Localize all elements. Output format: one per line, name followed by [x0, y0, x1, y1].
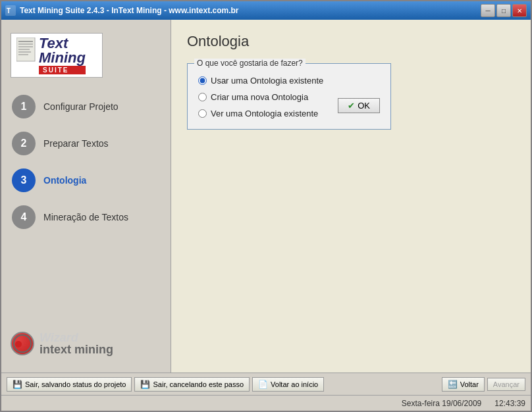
logo-box: TextMining SUITE	[11, 33, 103, 78]
wizard-footer: Wizard intext mining	[1, 321, 171, 366]
svg-point-10	[15, 341, 22, 348]
maximize-button[interactable]: □	[496, 4, 511, 17]
nav-label-preparar: Preparar Textos	[43, 138, 109, 149]
home-icon: 📄	[258, 380, 268, 389]
title-bar: T Text Mining Suite 2.4.3 - InText Minin…	[1, 1, 531, 20]
cancel-icon: 💾	[140, 380, 150, 389]
content-area: Ontologia O que você gostaria de fazer? …	[171, 20, 531, 373]
btn-sair-cancelar-label: Sair, cancelando este passo	[153, 380, 244, 388]
back-icon: 🔙	[448, 380, 458, 389]
dialog-legend: O que você gostaria de fazer?	[194, 59, 306, 68]
dialog-box: O que você gostaria de fazer? Usar uma O…	[187, 63, 391, 130]
ok-button[interactable]: ✔ OK	[338, 98, 380, 113]
app-icon: T	[5, 5, 16, 16]
radio-label-ver: Ver uma Ontologia existente	[211, 109, 318, 118]
btn-sair-salvar-label: Sair, salvando status do projeto	[25, 380, 126, 388]
nav-number-2: 2	[12, 132, 36, 155]
status-time: 12:43:39	[494, 399, 525, 408]
radio-ver[interactable]	[198, 109, 207, 118]
page-title: Ontologia	[187, 33, 515, 50]
btn-sair-salvar[interactable]: 💾 Sair, salvando status do projeto	[7, 377, 132, 392]
logo-text: TextMining	[39, 36, 86, 65]
nav-item-configurar[interactable]: 1 Configurar Projeto	[1, 88, 171, 125]
newspaper-icon	[16, 38, 36, 63]
radio-label-usar: Usar uma Ontologia existente	[211, 76, 323, 86]
nav-label-ontologia: Ontologia	[43, 175, 86, 186]
nav-number-4: 4	[12, 205, 36, 229]
intext-brand: intext mining	[40, 344, 113, 355]
btn-avancar[interactable]: Avançar	[487, 378, 525, 391]
nav-item-preparar[interactable]: 2 Preparar Textos	[1, 125, 171, 162]
radio-criar[interactable]	[198, 93, 207, 101]
radio-item-ver[interactable]: Ver uma Ontologia existente	[198, 109, 338, 118]
btn-avancar-label: Avançar	[493, 380, 519, 388]
svg-text:T: T	[7, 7, 11, 14]
radio-group: Usar uma Ontologia existente Criar uma n…	[198, 76, 380, 118]
btn-voltar-inicio-label: Voltar ao início	[271, 380, 318, 388]
nav-label-mineracao: Mineração de Textos	[43, 212, 128, 222]
radio-label-criar: Criar uma nova Ontologia	[211, 92, 308, 102]
wizard-spinner-icon	[11, 332, 34, 355]
nav-items: 1 Configurar Projeto 2 Preparar Textos 3…	[1, 88, 171, 321]
logo-suite: SUITE	[39, 66, 86, 74]
bottom-toolbar: 💾 Sair, salvando status do projeto 💾 Sai…	[1, 373, 531, 395]
nav-label-configurar: Configurar Projeto	[43, 101, 119, 112]
wizard-brand: Wizard intext mining	[11, 332, 113, 355]
radio-item-usar[interactable]: Usar uma Ontologia existente	[198, 76, 380, 86]
radio-usar[interactable]	[198, 76, 207, 85]
sidebar: TextMining SUITE 1 Configurar Projeto 2 …	[1, 20, 171, 373]
btn-voltar-inicio[interactable]: 📄 Voltar ao início	[252, 377, 324, 392]
main-container: TextMining SUITE 1 Configurar Projeto 2 …	[1, 20, 531, 373]
radio-row-ver: Ver uma Ontologia existente ✔ OK	[198, 109, 380, 118]
wizard-word: Wizard	[40, 332, 113, 344]
logo-area: TextMining SUITE	[1, 26, 171, 88]
save-icon: 💾	[13, 380, 22, 389]
nav-item-mineracao[interactable]: 4 Mineração de Textos	[1, 199, 171, 236]
window-controls: ─ □ ✕	[481, 4, 527, 17]
close-button[interactable]: ✕	[512, 4, 527, 17]
wizard-text: Wizard intext mining	[40, 332, 113, 355]
ok-checkmark-icon: ✔	[348, 101, 355, 111]
nav-number-1: 1	[12, 95, 36, 118]
status-date: Sexta-feira 19/06/2009	[402, 399, 481, 408]
ok-label: OK	[358, 101, 370, 111]
nav-number-3: 3	[12, 168, 36, 192]
minimize-button[interactable]: ─	[481, 4, 495, 17]
status-bar: Sexta-feira 19/06/2009 12:43:39	[1, 395, 531, 411]
nav-item-ontologia[interactable]: 3 Ontologia	[1, 162, 171, 199]
title-bar-text: Text Mining Suite 2.4.3 - InText Mining …	[20, 6, 481, 15]
btn-sair-cancelar[interactable]: 💾 Sair, cancelando este passo	[134, 377, 250, 392]
btn-voltar-label: Voltar	[460, 380, 479, 388]
btn-voltar[interactable]: 🔙 Voltar	[442, 377, 485, 392]
